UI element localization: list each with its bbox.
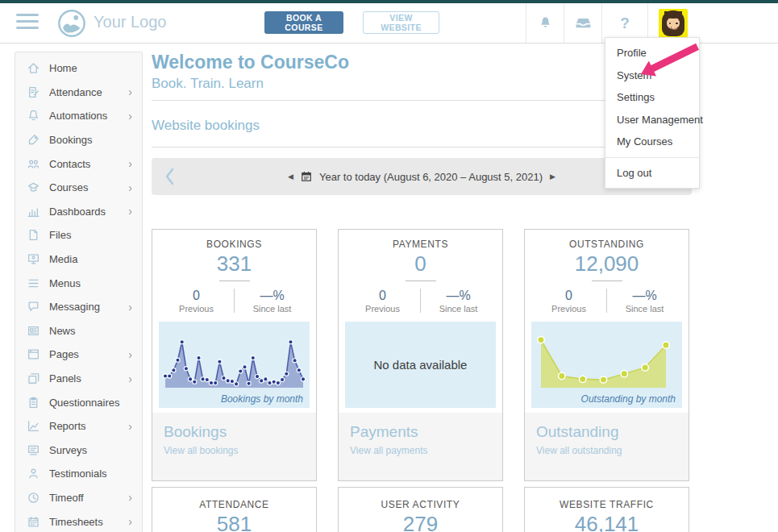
date-prev-chevron[interactable] (164, 168, 175, 185)
sidebar-item-messaging[interactable]: Messaging› (15, 295, 142, 319)
page-icon (27, 347, 40, 361)
sidebar-item-files[interactable]: Files (15, 223, 142, 247)
chevron-right-icon: › (128, 516, 132, 527)
stat-comparison: 0 Previous —% Since last (345, 288, 496, 314)
sidebar-item-label: Testimonials (49, 468, 132, 480)
change-label: Since last (421, 304, 496, 314)
sidebar-item-dashboards[interactable]: Dashboards› (15, 200, 142, 224)
menu-item-system[interactable]: System (605, 64, 699, 87)
sidebar-item-label: Timesheets (49, 516, 128, 528)
view-all-payments-title[interactable]: Payments (350, 423, 491, 441)
stat-label: PAYMENTS (345, 239, 496, 250)
chevron-right-icon: › (128, 86, 132, 98)
empty-chart-area: No data available (345, 322, 496, 408)
sidebar-item-timesheets[interactable]: Timesheets› (15, 509, 142, 532)
website-traffic-stat-card: WEBSITE TRAFFIC46,141 (524, 487, 689, 532)
menu-lines-icon (27, 276, 40, 290)
stat-value: 12,090 (531, 251, 682, 276)
outstanding-chart-area: Outstanding by month (531, 322, 682, 408)
view-all-bookings-title[interactable]: Bookings (164, 423, 305, 441)
attendance-stat-card: ATTENDANCE581 (152, 487, 317, 532)
user-activity-stat-card: USER ACTIVITY279 (338, 487, 503, 532)
payments-stat-card: PAYMENTS 0 0 Previous —% Since last No d… (338, 229, 503, 481)
logo-icon[interactable] (56, 8, 87, 39)
card-footer: Payments View all payments (339, 413, 502, 480)
view-all-payments-link[interactable]: View all payments (350, 445, 491, 456)
sidebar-item-label: Reports (49, 420, 128, 432)
divider (406, 281, 436, 281)
testimonial-icon (27, 467, 40, 480)
date-next-arrow[interactable]: ▶ (550, 172, 555, 181)
book-a-course-button[interactable]: BOOK A COURSE (264, 11, 343, 34)
date-range-label: Year to today (August 6, 2020 – August 5… (319, 171, 543, 183)
change-value: —% (421, 288, 496, 303)
sidebar-item-timeoff[interactable]: Timeoff› (15, 486, 142, 510)
bookings-stat-card: BOOKINGS 331 0 Previous —% Since last Bo… (152, 229, 317, 481)
logo-text: Your Logo (94, 13, 166, 31)
sidebar-item-label: Automations (49, 110, 128, 122)
chevron-right-icon: › (128, 110, 132, 122)
monitor-icon (27, 252, 40, 266)
menu-item-settings[interactable]: Settings (605, 86, 699, 109)
card-stats: PAYMENTS 0 0 Previous —% Since last (339, 230, 502, 322)
menu-item-profile[interactable]: Profile (605, 42, 699, 64)
change-value: —% (235, 288, 310, 303)
user-avatar[interactable] (659, 9, 688, 38)
sidebar-item-label: Bookings (49, 134, 132, 146)
sidebar-item-bookings[interactable]: Bookings (15, 128, 142, 152)
user-dropdown-menu: ProfileSystemSettingsUser ManagementMy C… (605, 37, 700, 189)
view-website-button[interactable]: VIEW WEBSITE (363, 11, 439, 34)
stat-comparison: 0 Previous —% Since last (531, 288, 682, 314)
previous-label: Previous (531, 304, 606, 314)
sidebar-item-contacts[interactable]: Contacts› (15, 152, 142, 176)
sidebar-item-surveys[interactable]: Surveys (15, 438, 142, 463)
stat-value: 46,141 (525, 512, 689, 532)
no-data-text: No data available (374, 358, 468, 372)
bell-icon (538, 15, 553, 31)
view-all-outstanding-link[interactable]: View all outstanding (536, 445, 677, 456)
previous-label: Previous (345, 304, 420, 314)
sidebar-item-reports[interactable]: Reports› (15, 414, 142, 438)
sidebar-item-pages[interactable]: Pages› (15, 343, 142, 367)
sidebar-item-attendance[interactable]: Attendance› (15, 81, 142, 105)
chevron-right-icon: › (128, 301, 132, 313)
news-icon (27, 324, 40, 338)
sidebar-item-automations[interactable]: Automations› (15, 104, 142, 128)
notifications-button[interactable] (526, 3, 564, 43)
sidebar-item-panels[interactable]: Panels› (15, 367, 142, 391)
clipboard-icon (27, 396, 40, 409)
stat-comparison: 0 Previous —% Since last (159, 288, 310, 314)
sidebar-item-home[interactable]: Home (15, 56, 142, 81)
stat-cards-row: BOOKINGS 331 0 Previous —% Since last Bo… (152, 229, 692, 481)
sidebar-item-label: Courses (49, 181, 128, 193)
sidebar-item-label: Home (49, 62, 132, 74)
date-prev-arrow[interactable]: ◀ (288, 172, 293, 181)
view-all-outstanding-title[interactable]: Outstanding (536, 423, 677, 441)
sidebar-item-news[interactable]: News (15, 319, 142, 343)
sidebar-item-testimonials[interactable]: Testimonials (15, 462, 142, 486)
sidebar-item-media[interactable]: Media (15, 247, 142, 272)
file-icon (27, 228, 40, 242)
inbox-button[interactable] (564, 3, 601, 43)
hamburger-menu-icon[interactable] (16, 14, 39, 33)
date-range-control: ◀ Year to today (August 6, 2020 – August… (288, 171, 555, 183)
menu-item-user-management[interactable]: User Management (605, 109, 699, 131)
previous-label: Previous (159, 304, 234, 314)
change-label: Since last (607, 304, 682, 314)
stat-label: WEBSITE TRAFFIC (525, 499, 689, 510)
dropdown-items: ProfileSystemSettingsUser ManagementMy C… (605, 38, 699, 157)
sidebar-item-menus[interactable]: Menus (15, 271, 142, 295)
sidebar-item-courses[interactable]: Courses› (15, 176, 142, 200)
view-all-bookings-link[interactable]: View all bookings (164, 445, 305, 456)
stat-label: USER ACTIVITY (339, 499, 502, 510)
sidebar-item-label: Timeoff (49, 492, 128, 504)
previous-stat: 0 Previous (531, 288, 606, 314)
sidebar-item-questionnaires[interactable]: Questionnaires (15, 390, 142, 414)
change-label: Since last (235, 304, 310, 314)
sidebar-item-label: Pages (49, 348, 128, 360)
menu-item-log-out[interactable]: Log out (605, 157, 699, 188)
previous-value: 0 (345, 288, 420, 303)
tag-icon (27, 133, 40, 147)
menu-item-my-courses[interactable]: My Courses (605, 131, 699, 153)
sidebar-item-label: News (49, 325, 132, 337)
